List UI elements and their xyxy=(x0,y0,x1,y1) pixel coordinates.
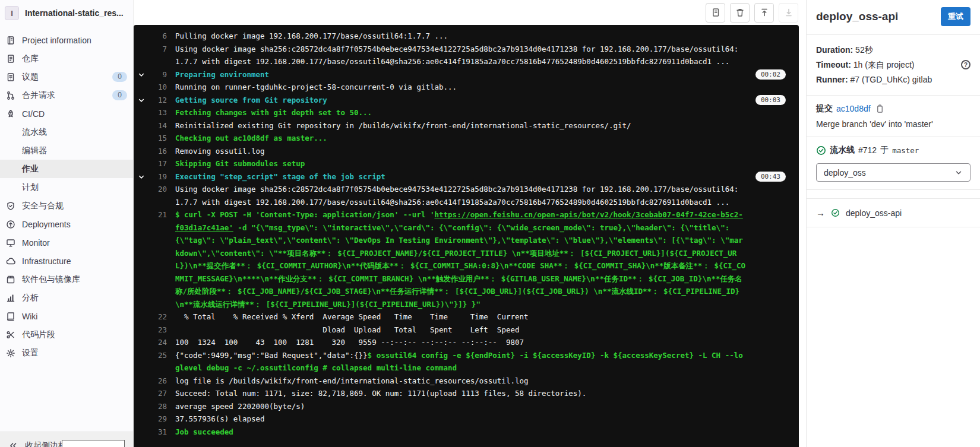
log-text-segment: Using docker image sha256:c28572dc4a8f7f… xyxy=(175,185,738,207)
scroll-bottom-button[interactable] xyxy=(779,3,798,23)
deploy-icon xyxy=(6,220,15,229)
log-line-number[interactable]: 22 xyxy=(149,310,167,324)
log-line-number[interactable]: 29 xyxy=(149,413,167,426)
log-line-number[interactable]: 17 xyxy=(149,157,167,170)
log-line-number[interactable]: 24 xyxy=(149,336,167,349)
log-line-number[interactable]: 13 xyxy=(149,106,167,119)
sidebar-item-pipelines[interactable]: 流水线 xyxy=(0,123,133,141)
sidebar-item-analytics[interactable]: 分析 xyxy=(0,289,133,307)
log-line-number[interactable]: 12 xyxy=(149,94,167,107)
package-icon xyxy=(6,275,15,284)
log-line-text: Executing "step_script" stage of the job… xyxy=(175,170,747,183)
job-log-panel: 6Pulling docker image 192.168.200.177/ba… xyxy=(134,25,799,447)
log-line-number[interactable]: 14 xyxy=(149,119,167,132)
sidebar-item-label: 安全与合规 xyxy=(22,201,64,211)
help-icon[interactable]: ? xyxy=(961,60,970,69)
log-line-number[interactable]: 28 xyxy=(149,400,167,413)
clipboard-icon xyxy=(875,104,884,113)
scissors-icon xyxy=(6,330,15,340)
sidebar-item-infrastructure[interactable]: Infrastructure xyxy=(0,252,133,270)
section-collapse-icon[interactable] xyxy=(134,170,149,180)
chevron-gutter xyxy=(134,336,149,339)
log-line-number[interactable]: 16 xyxy=(149,145,167,158)
project-switcher[interactable]: I International-static_res... xyxy=(0,0,133,26)
pipeline-ref[interactable]: master xyxy=(892,146,919,155)
erase-log-button[interactable] xyxy=(730,3,750,23)
scroll-top-button[interactable] xyxy=(754,3,774,23)
log-line-number[interactable]: 25 xyxy=(149,349,167,362)
log-line: 19Executing "step_script" stage of the j… xyxy=(134,170,799,183)
chevron-gutter xyxy=(134,119,149,122)
log-line-number[interactable]: 15 xyxy=(149,132,167,145)
section-collapse-icon[interactable] xyxy=(134,94,149,104)
sidebar-item-jobs[interactable]: 作业 xyxy=(0,160,133,178)
sidebar-item-editor[interactable]: 编辑器 xyxy=(0,141,133,160)
sidebar-item-label: 计划 xyxy=(22,182,39,193)
log-line-number[interactable]: 27 xyxy=(149,387,167,400)
chevron-gutter xyxy=(134,81,149,84)
log-text-segment: Dload Upload Total Spent Left Speed xyxy=(175,325,520,334)
log-line-number[interactable]: 23 xyxy=(149,324,167,337)
sidebar-item-snippets[interactable]: 代码片段 xyxy=(0,325,133,344)
chevron-down-icon xyxy=(954,169,963,177)
chart-icon xyxy=(6,293,15,303)
log-line-text: Getting source from Git repository xyxy=(175,94,747,107)
log-line-number[interactable]: 7 xyxy=(149,43,167,56)
log-line-number[interactable]: 9 xyxy=(149,68,167,81)
log-line-text: Checking out ac10d8df as master... xyxy=(175,132,747,145)
copy-commit-button[interactable] xyxy=(875,104,884,113)
sidebar-item-wiki[interactable]: Wiki xyxy=(0,307,133,325)
log-text-segment: {"code":9499,"msg":"Bad Request","data":… xyxy=(175,351,368,360)
job-list-item[interactable]: → deploy_oss-api xyxy=(807,198,980,227)
log-line-number[interactable]: 20 xyxy=(149,183,167,196)
log-text-segment: Reinitialized existing Git repository in… xyxy=(175,121,631,130)
sidebar-item-merge-requests[interactable]: 合并请求0 xyxy=(0,86,133,104)
sidebar-item-cicd[interactable]: CI/CD xyxy=(0,104,133,123)
sidebar-item-packages-registries[interactable]: 软件包与镜像库 xyxy=(0,270,133,289)
merge-icon xyxy=(6,91,15,100)
log-line-text: 37.557936(s) elapsed xyxy=(175,413,747,426)
log-line: 16Removing ossutil.log xyxy=(134,145,799,158)
sidebar-item-monitor[interactable]: Monitor xyxy=(0,233,133,252)
log-line-number[interactable]: 10 xyxy=(149,81,167,94)
runner-label: Runner: xyxy=(816,75,848,84)
log-line: 20Using docker image sha256:c28572dc4a8f… xyxy=(134,183,799,208)
log-line: 6Pulling docker image 192.168.200.177/ba… xyxy=(134,30,799,43)
log-line-number[interactable]: 19 xyxy=(149,170,167,183)
chevron-gutter xyxy=(134,310,149,313)
log-line: 14Reinitialized existing Git repository … xyxy=(134,119,799,132)
project-avatar: I xyxy=(5,6,19,20)
pipeline-number-link[interactable]: #712 xyxy=(858,145,877,155)
log-line-text: Job succeeded xyxy=(175,426,747,439)
sidebar-item-security-compliance[interactable]: 安全与合规 xyxy=(0,196,133,215)
sidebar-item-label: 流水线 xyxy=(22,127,47,138)
log-line-text: Dload Upload Total Spent Left Speed xyxy=(175,324,747,337)
log-text-segment: Checking out ac10d8df as master... xyxy=(175,134,327,142)
stage-dropdown[interactable]: deploy_oss xyxy=(816,163,970,182)
show-raw-log-button[interactable] xyxy=(706,3,725,23)
log-line-number[interactable]: 31 xyxy=(149,426,167,439)
retry-button[interactable]: 重试 xyxy=(941,7,970,26)
sidebar-item-settings[interactable]: 设置 xyxy=(0,344,133,362)
log-line-number[interactable]: 21 xyxy=(149,208,167,221)
chevron-gutter xyxy=(134,426,149,429)
section-collapse-icon[interactable] xyxy=(134,68,149,78)
job-title: deploy_oss-api xyxy=(816,10,898,23)
sidebar-item-label: 议题 xyxy=(22,72,39,83)
cut-off-box xyxy=(62,440,125,447)
log-text-segment: 37.557936(s) elapsed xyxy=(175,414,265,423)
log-line: 17Skipping Git submodules setup xyxy=(134,157,799,170)
log-line: 25{"code":9499,"msg":"Bad Request","data… xyxy=(134,349,799,375)
sidebar-item-repository[interactable]: 仓库 xyxy=(0,49,133,68)
count-badge: 0 xyxy=(112,90,127,100)
log-line-number[interactable]: 6 xyxy=(149,30,167,43)
sidebar-item-label: 软件包与镜像库 xyxy=(22,274,80,285)
job-meta-section: Duration: 52秒 Timeout: 1h (来自 project) ?… xyxy=(807,35,980,96)
sidebar-item-deployments[interactable]: Deployments xyxy=(0,215,133,233)
log-line-number[interactable]: 26 xyxy=(149,375,167,388)
sidebar-item-project-information[interactable]: Project information xyxy=(0,31,133,49)
chevron-gutter xyxy=(134,375,149,378)
commit-sha-link[interactable]: ac10d8df xyxy=(836,104,871,113)
sidebar-item-schedules[interactable]: 计划 xyxy=(0,178,133,196)
sidebar-item-issues[interactable]: 议题0 xyxy=(0,68,133,86)
